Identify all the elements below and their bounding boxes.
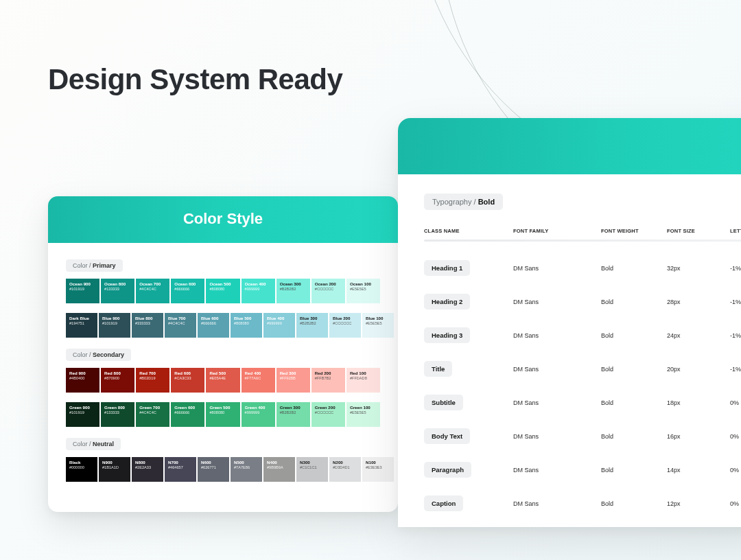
- swatch-name: N800: [135, 460, 160, 465]
- letter-spacing-cell: -1%: [730, 332, 741, 339]
- typography-row: SubtitleDM SansBold18px0%: [424, 386, 741, 419]
- swatch-hex: #CA3C33: [174, 376, 201, 380]
- font-weight-cell: Bold: [601, 265, 667, 272]
- font-weight-cell: Bold: [601, 366, 667, 373]
- color-swatch: N600#626771: [198, 457, 229, 482]
- swatch-hex: #999999: [267, 321, 292, 325]
- color-swatch: N400#9B9B9A: [263, 457, 295, 482]
- color-swatch: Ocean 400#999999: [242, 279, 275, 303]
- swatch-hex: #FFB7B2: [315, 376, 342, 380]
- letter-spacing-cell: -1%: [730, 265, 741, 272]
- swatch-hex: #E5E5E5: [350, 410, 377, 415]
- swatch-hex: #E05A4E: [209, 376, 236, 380]
- typography-row: Heading 3DM SansBold24px-1%: [424, 318, 741, 352]
- swatch-name: Ocean 700: [139, 281, 166, 286]
- swatch-hex: #CCCCCC: [315, 410, 342, 415]
- letter-spacing-cell: 0%: [730, 399, 741, 406]
- font-size-cell: 32px: [667, 265, 730, 272]
- swatch-name: Ocean 400: [245, 281, 272, 286]
- col-font-family: FONT FAMILY: [513, 228, 601, 234]
- swatch-hex: #B02D19: [139, 376, 166, 380]
- class-name-pill: Subtitle: [424, 395, 463, 410]
- swatch-hex: #333333: [135, 321, 160, 325]
- font-size-cell: 18px: [667, 399, 730, 406]
- swatch-name: Blue 200: [333, 316, 357, 320]
- font-size-cell: 20px: [667, 366, 730, 373]
- color-swatch: Green 600#666666: [171, 402, 204, 427]
- color-swatch: N500#7A7E86: [231, 457, 262, 482]
- swatch-hex: #101919: [69, 287, 96, 291]
- color-swatch: Blue 800#333333: [132, 313, 163, 338]
- typography-row: ParagraphDM SansBold14px0%: [424, 453, 741, 487]
- color-swatch: Green 100#E5E5E5: [346, 402, 380, 427]
- color-swatch: Black#000000: [66, 457, 97, 482]
- color-swatch: Blue 600#666666: [198, 313, 229, 338]
- swatch-name: Blue 600: [201, 316, 226, 320]
- swatch-hex: #B2B2B2: [280, 287, 307, 291]
- color-swatch: Ocean 900#101919: [66, 279, 99, 303]
- swatch-name: Green 700: [139, 405, 166, 410]
- color-swatch: Ocean 800#133333: [101, 279, 134, 303]
- swatch-hex: #9B9B9A: [267, 465, 292, 469]
- font-family-cell: DM Sans: [513, 500, 601, 507]
- swatch-hex: #666666: [174, 410, 201, 415]
- swatch-row: Black#000000N900#1B1A1DN800#2E2A33N700#4…: [66, 457, 380, 482]
- swatch-hex: #FF928B: [280, 376, 307, 380]
- color-swatch: Blue 700#4C4C4C: [165, 313, 196, 338]
- page-title: Design System Ready: [48, 63, 342, 96]
- swatch-name: Blue 700: [168, 316, 193, 320]
- swatch-name: Ocean 100: [350, 281, 377, 286]
- swatch-name: Green 900: [69, 405, 96, 410]
- swatch-hex: #F77A6C: [245, 376, 272, 380]
- swatch-hex: #464657: [168, 465, 193, 469]
- swatch-name: Red 300: [280, 371, 307, 375]
- color-swatch: Ocean 200#CCCCCC: [311, 279, 345, 303]
- swatch-hex: #666666: [174, 287, 201, 291]
- swatch-row: Ocean 900#101919Ocean 800#133333Ocean 70…: [66, 279, 380, 303]
- swatch-name: Green 200: [315, 405, 342, 410]
- swatch-name: Ocean 800: [104, 281, 131, 286]
- typography-table-header: CLASS NAME FONT FAMILY FONT WEIGHT FONT …: [424, 228, 741, 240]
- swatch-name: Ocean 500: [209, 281, 236, 286]
- color-swatch: Dark Blue#194751: [66, 313, 97, 338]
- swatch-name: Red 600: [174, 371, 201, 375]
- color-swatch: Green 400#999999: [242, 402, 275, 427]
- swatch-name: Red 500: [209, 371, 236, 375]
- color-swatch: Ocean 100#E5E5E5: [346, 279, 380, 303]
- class-name-pill: Heading 2: [424, 294, 470, 310]
- color-swatch: Ocean 600#666666: [171, 279, 204, 303]
- letter-spacing-cell: 0%: [730, 433, 741, 440]
- swatch-name: N600: [201, 460, 226, 465]
- class-name-pill: Heading 3: [424, 327, 470, 343]
- color-swatch: Blue 300#B2B2B2: [296, 313, 328, 338]
- swatch-hex: #B2B2B2: [300, 321, 325, 325]
- swatch-name: Green 600: [174, 405, 201, 410]
- color-swatch: Green 800#133333: [101, 402, 134, 427]
- typography-divider: [424, 240, 741, 242]
- color-swatch: Green 500#808080: [206, 402, 239, 427]
- swatch-name: Blue 800: [135, 316, 160, 320]
- color-swatch: Blue 400#999999: [263, 313, 295, 338]
- color-swatch: Red 300#FF928B: [277, 368, 310, 393]
- color-section-label: Color / Secondary: [66, 349, 131, 361]
- swatch-hex: #FFDAD8: [350, 376, 377, 380]
- swatch-row: Green 900#101919Green 800#133333Green 70…: [66, 402, 380, 427]
- swatch-hex: #101919: [69, 410, 96, 415]
- swatch-name: Green 400: [245, 405, 272, 410]
- swatch-row: Dark Blue#194751Blue 900#101919Blue 800#…: [66, 313, 380, 338]
- col-font-weight: FONT WEIGHT: [601, 228, 667, 234]
- class-name-pill: Caption: [424, 495, 463, 511]
- typography-row: Heading 1DM SansBold32px-1%: [424, 251, 741, 285]
- swatch-name: Green 300: [280, 405, 307, 410]
- color-swatch: N300#C1C1C1: [296, 457, 328, 482]
- font-family-cell: DM Sans: [513, 332, 601, 339]
- swatch-hex: #1B1A1D: [102, 465, 127, 469]
- swatch-hex: #808080: [209, 410, 236, 415]
- font-family-cell: DM Sans: [513, 467, 601, 474]
- swatch-name: Red 400: [245, 371, 272, 375]
- typography-subheading: Typography / Bold: [424, 194, 503, 210]
- class-name-pill: Body Text: [424, 428, 470, 444]
- swatch-name: Red 700: [139, 371, 166, 375]
- color-swatch: N700#464657: [165, 457, 196, 482]
- swatch-hex: #808080: [209, 287, 236, 291]
